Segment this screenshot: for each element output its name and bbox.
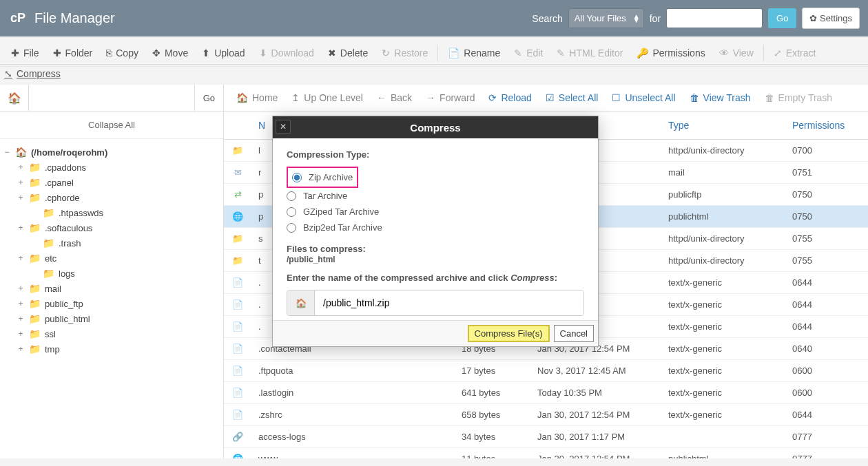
plus-icon[interactable]: + (17, 193, 25, 202)
tree-node[interactable]: 📁logs (3, 266, 220, 281)
forward-button[interactable]: →Forward (419, 85, 482, 110)
tree-node[interactable]: +📁.cpaddons (3, 160, 220, 175)
delete-button[interactable]: ✖Delete (321, 42, 375, 64)
tree-node[interactable]: +📁public_ftp (3, 296, 220, 311)
delete-icon: ✖ (328, 47, 336, 59)
plus-icon[interactable]: + (17, 162, 25, 172)
settings-button[interactable]: ✿ Settings (802, 8, 860, 29)
row-type: text/x-generic (661, 360, 785, 382)
col-permissions[interactable]: Permissions (785, 112, 868, 140)
move-button[interactable]: ✥Move (145, 42, 195, 64)
plus-icon[interactable]: + (17, 344, 25, 354)
tree-node-label: public_ftp (45, 299, 83, 309)
edit-button[interactable]: ✎Edit (507, 42, 550, 64)
reload-button[interactable]: ⟳Reload (482, 85, 538, 110)
tree-node[interactable]: +📁tmp (3, 341, 220, 357)
home-icon: 🏠 (15, 147, 27, 158)
select-all-button[interactable]: ☑Select All (539, 85, 606, 110)
tree-node[interactable]: +📁public_html (3, 311, 220, 326)
unselect-all-button[interactable]: ☐Unselect All (605, 85, 682, 110)
edit-icon: ✎ (514, 47, 522, 59)
tree-node[interactable]: +📁ssl (3, 326, 220, 341)
table-row[interactable]: 🔗access-logs34 bytesJan 30, 2017 1:17 PM… (224, 426, 868, 448)
tree-node[interactable]: 📁.trash (3, 235, 220, 251)
row-permissions: 0600 (785, 360, 868, 382)
tar-radio[interactable] (287, 191, 296, 201)
extract-button[interactable]: ⤢Extract (767, 42, 823, 64)
gz-radio[interactable] (287, 207, 296, 217)
download-button[interactable]: ⬇Download (252, 42, 321, 64)
tar-archive-option[interactable]: Tar Archive (287, 188, 584, 204)
zip-archive-option[interactable]: Zip Archive (292, 169, 353, 185)
html-editor-button[interactable]: ✎HTML Editor (550, 42, 630, 64)
tree-root-node[interactable]: − 🏠 (/home/roqerohm) (3, 145, 220, 160)
file-button[interactable]: ✚File (4, 42, 46, 64)
home-nav-button[interactable]: 🏠Home (229, 85, 285, 110)
zip-radio[interactable] (292, 173, 302, 182)
path-go-button[interactable]: Go (194, 85, 223, 111)
row-permissions: 0750 (785, 206, 868, 228)
table-row[interactable]: 📄.zshrc658 bytesJan 30, 2017 12:54 PMtex… (224, 404, 868, 426)
table-row[interactable]: 🌐www11 bytesJan 30, 2017 12:54 PMpublich… (224, 448, 868, 459)
upload-button[interactable]: ⬆Upload (195, 42, 251, 64)
empty-trash-button[interactable]: 🗑Empty Trash (758, 85, 840, 110)
plus-icon[interactable]: + (17, 299, 25, 308)
search-go-button[interactable]: Go (768, 8, 796, 28)
main-toolbar: ✚File ✚Folder ⎘Copy ✥Move ⬆Upload ⬇Downl… (0, 36, 868, 65)
plus-icon[interactable]: + (17, 284, 25, 293)
up-one-level-button[interactable]: ↥Up One Level (285, 85, 370, 110)
row-icon-cell: 📁 (224, 140, 251, 162)
search-input[interactable] (666, 8, 763, 28)
header-search-group: Search All Your Files ▲▼ for Go ✿ Settin… (532, 8, 860, 29)
row-permissions: 0777 (785, 426, 868, 448)
reload-icon: ⟳ (488, 92, 497, 103)
search-scope-select[interactable]: All Your Files (568, 8, 644, 28)
folder-icon: 📁 (29, 313, 41, 324)
cancel-button[interactable]: Cancel (554, 325, 594, 342)
compress-files-button[interactable]: Compress File(s) (468, 325, 550, 342)
bzip2-archive-option[interactable]: Bzip2ed Tar Archive (287, 220, 584, 235)
compress-button[interactable]: ⤡Compress (4, 68, 61, 79)
col-type[interactable]: Type (661, 112, 785, 140)
dialog-titlebar[interactable]: ✕ Compress (273, 116, 598, 138)
app-header: cP File Manager Search All Your Files ▲▼… (0, 0, 868, 36)
view-button[interactable]: 👁View (712, 42, 761, 64)
row-icon-cell: 📄 (224, 316, 251, 338)
folder-button[interactable]: ✚Folder (46, 42, 100, 64)
plus-icon[interactable]: + (17, 314, 25, 324)
plus-icon[interactable]: + (17, 223, 25, 233)
minus-icon[interactable]: − (3, 147, 11, 157)
copy-button[interactable]: ⎘Copy (99, 42, 145, 64)
tree-node[interactable]: +📁.cpanel (3, 175, 220, 190)
table-row[interactable]: 📄.ftpquota17 bytesNov 3, 2017 12:45 AMte… (224, 360, 868, 382)
restore-button[interactable]: ↻Restore (375, 42, 435, 64)
navigate-home-button[interactable]: 🏠 (0, 85, 29, 111)
tree-node[interactable]: +📁mail (3, 281, 220, 296)
tree-node[interactable]: +📁etc (3, 251, 220, 266)
tree-node[interactable]: 📁.htpasswds (3, 205, 220, 220)
tar-label: Tar Archive (303, 191, 347, 201)
gziped-archive-option[interactable]: GZiped Tar Archive (287, 204, 584, 220)
tree-node[interactable]: +📁.softaculous (3, 220, 220, 235)
label: Unselect All (625, 92, 675, 103)
folder-icon: 📁 (43, 268, 54, 279)
plus-icon[interactable]: + (17, 178, 25, 187)
path-input[interactable] (29, 87, 194, 109)
close-button[interactable]: ✕ (276, 120, 291, 134)
document-icon: 📄 (232, 299, 243, 310)
permissions-button[interactable]: 🔑Permissions (630, 42, 712, 64)
label: Move (165, 47, 188, 59)
tree-node-label: .cpanel (45, 178, 74, 188)
plus-icon[interactable]: + (17, 253, 25, 263)
forward-icon: → (426, 92, 435, 103)
back-button[interactable]: ←Back (370, 85, 419, 110)
view-trash-button[interactable]: 🗑View Trash (683, 85, 758, 110)
archive-name-input[interactable] (315, 290, 583, 315)
rename-button[interactable]: 📄Rename (441, 42, 507, 64)
collapse-all-button[interactable]: Collapse All (0, 112, 223, 139)
table-row[interactable]: 📄.lastlogin641 bytesToday 10:35 PMtext/x… (224, 382, 868, 404)
plus-icon: ✚ (53, 47, 61, 59)
plus-icon[interactable]: + (17, 329, 25, 339)
tree-node[interactable]: +📁.cphorde (3, 190, 220, 205)
bz2-radio[interactable] (287, 223, 296, 233)
